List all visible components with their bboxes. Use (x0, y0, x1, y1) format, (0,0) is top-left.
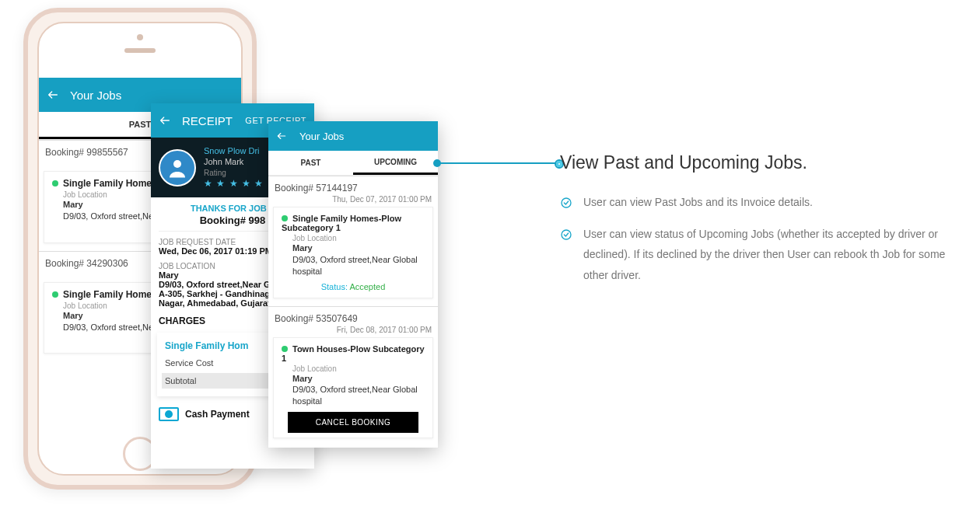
upcoming-screen: Your Jobs PAST UPCOMING Booking# 5714419… (268, 121, 438, 448)
feature-point-text: User can view Past Jobs and its Invoice … (583, 192, 813, 213)
status-dot-icon (282, 346, 288, 352)
status-dot-icon (52, 180, 58, 187)
booking-date: Fri, Dec 08, 2017 01:00 PM (268, 326, 438, 337)
back-icon[interactable] (47, 89, 61, 101)
booking-date: Thu, Dec 07, 2017 01:00 PM (268, 195, 438, 207)
svg-point-2 (562, 230, 571, 239)
status-row: Status: Accepted (282, 282, 425, 291)
camera-icon (137, 34, 143, 40)
feature-point: User can view Past Jobs and its Invoice … (560, 192, 957, 213)
connector-line-icon (437, 162, 560, 164)
addr-line: Mary (292, 242, 425, 254)
service-name: Town Houses-Plow Subcategory 1 (282, 344, 425, 363)
charge-label: Subtotal (165, 376, 196, 385)
phone-notch-area (39, 23, 241, 78)
svg-point-0 (173, 160, 181, 168)
svg-point-1 (562, 198, 571, 207)
back-icon[interactable] (276, 131, 290, 141)
receipt-appbar-title: RECEIPT (182, 114, 233, 127)
job-card[interactable]: Single Family Homes-Plow Subcategory 1 J… (273, 207, 433, 298)
job-card[interactable]: Town Houses-Plow Subcategory 1 Job Locat… (273, 337, 433, 439)
status-dot-icon (52, 291, 58, 298)
tab-upcoming[interactable]: UPCOMING (353, 151, 438, 175)
cash-icon (159, 407, 179, 421)
check-icon (560, 197, 572, 213)
booking-label: Booking# 53507649 (268, 306, 438, 326)
driver-name: John Mark (204, 156, 264, 167)
speaker-icon (124, 48, 156, 53)
upcoming-appbar: Your Jobs (268, 121, 438, 151)
addr-line: D9/03, Oxford street,Near Global hospita… (292, 384, 425, 407)
upcoming-tabs: PAST UPCOMING (268, 151, 438, 176)
status-value: Accepted (349, 282, 385, 291)
rating-stars-icon: ★ ★ ★ ★ ★ (204, 178, 264, 190)
service-name: Single Family Homes-Plow Subcategory 1 (282, 214, 401, 232)
past-appbar-title: Your Jobs (70, 89, 121, 102)
back-icon[interactable] (159, 114, 173, 127)
upcoming-appbar-title: Your Jobs (299, 131, 344, 142)
avatar-icon (159, 149, 196, 187)
addr-line: D9/03, Oxford street,Near Global hospita… (292, 254, 425, 277)
tab-past[interactable]: PAST (268, 151, 353, 175)
status-label: Status: (321, 282, 348, 291)
booking-label: Booking# 57144197 (268, 176, 438, 195)
rating-label: Rating (204, 168, 264, 178)
charge-label: Service Cost (165, 358, 213, 368)
loc-label: Job Location (292, 234, 425, 242)
feature-point-text: User can view status of Upcoming Jobs (w… (583, 224, 957, 286)
feature-title: View Past and Upcoming Jobs. (560, 152, 957, 173)
feature-point: User can view status of Upcoming Jobs (w… (560, 224, 957, 286)
addr-line: Mary (292, 373, 425, 385)
check-icon (560, 228, 572, 286)
status-dot-icon (282, 215, 288, 221)
feature-block: View Past and Upcoming Jobs. User can vi… (560, 152, 957, 296)
loc-label: Job Location (292, 364, 425, 373)
driver-service: Snow Plow Dri (204, 145, 264, 156)
cancel-booking-button[interactable]: CANCEL BOOKING (288, 412, 418, 433)
payment-label: Cash Payment (185, 409, 250, 420)
